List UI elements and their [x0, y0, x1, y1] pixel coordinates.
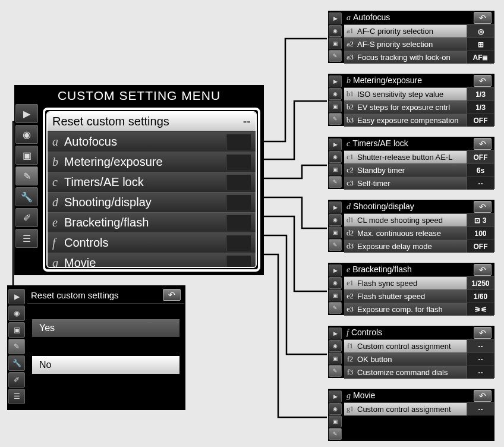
camera-icon[interactable]: ◉	[329, 214, 342, 226]
play-icon[interactable]: ▶	[329, 202, 342, 213]
pencil-icon[interactable]: ✎	[329, 302, 342, 314]
wrench-icon[interactable]: 🔧	[15, 187, 38, 206]
back-button[interactable]: ↶	[163, 289, 181, 301]
sub-row-c1[interactable]: c1Shutter-release button AE-LOFF	[344, 150, 494, 163]
play-icon[interactable]: ▶	[329, 391, 342, 402]
sub-row-f1[interactable]: f1Custom control assignment--	[344, 339, 494, 352]
pencil-icon[interactable]: ✎	[8, 339, 25, 354]
back-button[interactable]: ↶	[474, 75, 492, 87]
custom-setting-menu-panel: CUSTOM SETTING MENU ▶ ◉ ▣ ✎ 🔧 ✐ ☰ Reset …	[14, 85, 264, 275]
back-button[interactable]: ↶	[474, 12, 492, 24]
menu-row-a[interactable]: aAutofocus	[48, 131, 256, 152]
submenu-e: ▶◉▣✎eBracketing/flash↶e1Flash sync speed…	[328, 263, 494, 315]
reset-custom-settings-row[interactable]: Reset custom settings --	[48, 112, 256, 131]
sub-row-d1[interactable]: d1CL mode shooting speed⊡ 3	[344, 213, 494, 226]
movie-icon[interactable]: ▣	[8, 322, 25, 338]
back-button[interactable]: ↶	[474, 327, 492, 339]
menu-row-g[interactable]: gMovie	[48, 253, 256, 268]
pencil-icon[interactable]: ✎	[329, 113, 342, 125]
sub-label: CL mode shooting speed	[356, 216, 467, 225]
sub-label: Max. continuous release	[356, 229, 467, 238]
back-button[interactable]: ↶	[474, 138, 492, 150]
sub-row-a1[interactable]: a1AF-C priority selection◎	[344, 24, 494, 37]
sub-row-f3[interactable]: f3Customize command dials--	[344, 366, 494, 379]
menu-row-c[interactable]: cTimers/AE lock	[48, 172, 256, 192]
pencil-icon[interactable]: ✎	[329, 365, 342, 377]
sub-row-e2[interactable]: e2Flash shutter speed1/60	[344, 289, 494, 303]
movie-icon[interactable]: ▣	[329, 352, 342, 364]
sub-row-g1[interactable]: g1Custom control assignment--	[344, 402, 494, 415]
pencil-icon[interactable]: ✎	[329, 428, 342, 440]
list-icon[interactable]: ☰	[15, 229, 38, 248]
movie-icon[interactable]: ▣	[329, 415, 342, 427]
movie-icon[interactable]: ▣	[15, 146, 38, 165]
menu-row-d[interactable]: dShooting/display	[48, 192, 256, 212]
menu-row-b[interactable]: bMetering/exposure	[48, 152, 256, 172]
back-button[interactable]: ↶	[474, 264, 492, 276]
movie-icon[interactable]: ▣	[329, 100, 342, 112]
list-icon[interactable]: ☰	[8, 389, 25, 404]
sub-row-c2[interactable]: c2Standby timer6s	[344, 163, 494, 177]
retouch-icon[interactable]: ✐	[8, 372, 25, 388]
play-icon[interactable]: ▶	[329, 12, 342, 24]
camera-icon[interactable]: ◉	[329, 151, 342, 163]
sub-row-b2[interactable]: b2EV steps for exposure cntrl1/3	[344, 100, 494, 114]
camera-icon[interactable]: ◉	[329, 88, 342, 100]
camera-icon[interactable]: ◉	[15, 125, 38, 144]
pencil-icon[interactable]: ✎	[329, 50, 342, 62]
sub-row-e1[interactable]: e1Flash sync speed1/250	[344, 276, 494, 289]
menu-label: Autofocus	[64, 135, 117, 149]
back-button[interactable]: ↶	[474, 201, 492, 213]
camera-icon[interactable]: ◉	[329, 277, 342, 289]
wrench-icon[interactable]: 🔧	[8, 355, 25, 371]
reset-confirm-title: Reset custom settings	[31, 290, 119, 300]
sub-row-d2[interactable]: d2Max. continuous release100	[344, 226, 494, 240]
sub-row-f2[interactable]: f2OK button--	[344, 352, 494, 366]
sub-code: d3	[344, 242, 356, 251]
sub-value: ⚞⚟	[467, 303, 494, 316]
camera-icon[interactable]: ◉	[8, 306, 25, 321]
menu-value-col	[226, 256, 251, 269]
camera-icon[interactable]: ◉	[329, 25, 342, 37]
sub-letter: c	[346, 139, 350, 148]
pencil-icon[interactable]: ✎	[329, 176, 342, 188]
play-icon[interactable]: ▶	[329, 75, 342, 87]
sub-row-b1[interactable]: b1ISO sensitivity step value1/3	[344, 87, 494, 100]
sub-title: Timers/AE lock	[352, 138, 408, 148]
menu-label: Bracketing/flash	[64, 216, 149, 229]
reset-no-option[interactable]: No	[32, 356, 179, 374]
sub-letter: g	[346, 391, 351, 400]
sub-header: gMovie↶	[344, 389, 494, 402]
play-icon[interactable]: ▶	[15, 104, 38, 123]
camera-icon[interactable]: ◉	[329, 340, 342, 352]
movie-icon[interactable]: ▣	[329, 289, 342, 301]
play-icon[interactable]: ▶	[8, 289, 25, 304]
camera-icon[interactable]: ◉	[329, 403, 342, 415]
sub-row-c3[interactable]: c3Self-timer--	[344, 177, 494, 190]
sub-row-a2[interactable]: a2AF-S priority selection⊞	[344, 37, 494, 51]
sub-row-b3[interactable]: b3Easy exposure compensationOFF	[344, 114, 494, 127]
movie-icon[interactable]: ▣	[329, 37, 342, 49]
sub-row-a3[interactable]: a3Focus tracking with lock-onAF≣	[344, 51, 494, 64]
back-button[interactable]: ↶	[474, 390, 492, 402]
sub-row-d3[interactable]: d3Exposure delay modeOFF	[344, 240, 494, 253]
play-icon[interactable]: ▶	[329, 328, 342, 339]
menu-row-e[interactable]: eBracketing/flash	[48, 212, 256, 232]
sub-value: 6s	[467, 164, 494, 177]
reset-yes-option[interactable]: Yes	[32, 319, 179, 337]
sub-label: AF-C priority selection	[356, 27, 467, 36]
movie-icon[interactable]: ▣	[329, 163, 342, 175]
movie-icon[interactable]: ▣	[329, 226, 342, 238]
sub-value: OFF	[467, 114, 494, 127]
play-icon[interactable]: ▶	[329, 265, 342, 276]
pencil-icon[interactable]: ✎	[329, 239, 342, 251]
menu-row-f[interactable]: fControls	[48, 232, 256, 253]
pencil-icon[interactable]: ✎	[15, 166, 38, 185]
submenu-d: ▶◉▣✎dShooting/display↶d1CL mode shooting…	[328, 200, 494, 252]
sub-row-e3[interactable]: e3Exposure comp. for flash⚞⚟	[344, 303, 494, 316]
reset-confirm-panel: ▶ ◉ ▣ ✎ 🔧 ✐ ☰ Reset custom settings ↶ Ye…	[7, 285, 185, 410]
sub-letter: a	[346, 13, 351, 22]
retouch-icon[interactable]: ✐	[15, 208, 38, 227]
play-icon[interactable]: ▶	[329, 138, 342, 150]
sub-title: Controls	[351, 328, 382, 337]
